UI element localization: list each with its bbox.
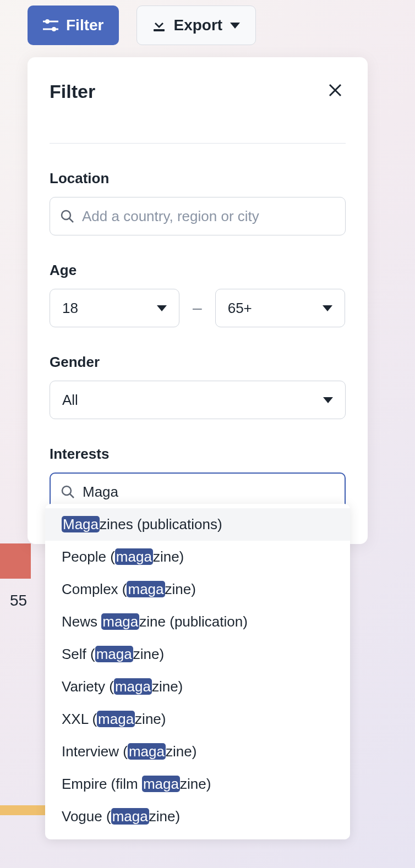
chevron-down-icon <box>230 23 240 29</box>
gender-section: Gender All <box>50 354 346 419</box>
location-field[interactable] <box>50 197 346 235</box>
download-icon <box>152 18 166 32</box>
interests-input[interactable] <box>83 484 335 501</box>
suggestion-item[interactable]: Complex (magazine) <box>45 573 350 606</box>
match-highlight: Maga <box>62 516 100 532</box>
location-section: Location <box>50 170 346 235</box>
chevron-down-icon <box>157 305 167 311</box>
age-label: Age <box>50 262 346 279</box>
suggestion-item[interactable]: Self (magazine) <box>45 638 350 671</box>
gender-select[interactable]: All <box>50 381 346 419</box>
suggestion-item[interactable]: Empire (film magazine) <box>45 768 350 800</box>
age-max-value: 65+ <box>228 300 252 317</box>
panel-title: Filter <box>50 81 95 102</box>
chevron-down-icon <box>323 397 333 403</box>
export-button[interactable]: Export <box>136 6 256 45</box>
age-max-select[interactable]: 65+ <box>215 289 345 327</box>
age-section: Age 18 – 65+ <box>50 262 346 327</box>
close-icon[interactable] <box>325 79 346 103</box>
filter-button[interactable]: Filter <box>28 6 119 45</box>
match-highlight: maga <box>115 548 153 565</box>
search-icon <box>61 485 75 499</box>
svg-rect-4 <box>154 29 165 31</box>
svg-point-7 <box>62 211 70 219</box>
suggestion-item[interactable]: People (magazine) <box>45 541 350 573</box>
gender-value: All <box>62 392 78 409</box>
location-label: Location <box>50 170 346 187</box>
match-highlight: maga <box>97 711 135 727</box>
interests-section: Interests <box>50 446 346 511</box>
search-icon <box>60 209 74 223</box>
interests-label: Interests <box>50 446 346 463</box>
suggestion-item[interactable]: XXL (magazine) <box>45 703 350 735</box>
age-min-value: 18 <box>62 300 78 317</box>
panel-header: Filter <box>50 79 346 103</box>
svg-line-8 <box>69 218 73 222</box>
bg-bar-red <box>0 543 31 579</box>
sliders-icon <box>43 19 58 31</box>
suggestion-item[interactable]: Vogue (magazine) <box>45 800 350 833</box>
svg-point-1 <box>45 19 50 24</box>
suggestion-item[interactable]: News magazine (publication) <box>45 606 350 638</box>
suggestion-item[interactable]: Magazines (publications) <box>45 508 350 541</box>
interests-suggestions: Magazines (publications)People (magazine… <box>45 504 350 839</box>
toolbar: Filter Export <box>28 6 256 45</box>
bg-axis-label: 55 <box>10 592 27 609</box>
match-highlight: maga <box>128 743 166 760</box>
export-button-label: Export <box>173 17 222 34</box>
svg-line-10 <box>70 494 74 498</box>
gender-label: Gender <box>50 354 346 371</box>
filter-button-label: Filter <box>66 17 103 34</box>
filter-panel: Filter Location Age 18 <box>28 57 368 544</box>
location-input[interactable] <box>82 208 335 225</box>
age-range-separator: – <box>193 299 202 317</box>
age-min-select[interactable]: 18 <box>50 289 179 327</box>
divider <box>50 143 346 144</box>
chevron-down-icon <box>323 305 332 311</box>
svg-point-3 <box>52 27 56 31</box>
match-highlight: maga <box>111 808 149 825</box>
match-highlight: maga <box>142 776 180 792</box>
match-highlight: maga <box>101 613 139 630</box>
svg-point-9 <box>62 486 71 495</box>
match-highlight: maga <box>95 646 133 662</box>
match-highlight: maga <box>114 678 152 695</box>
suggestion-item[interactable]: Interview (magazine) <box>45 735 350 768</box>
suggestion-item[interactable]: Variety (magazine) <box>45 671 350 703</box>
match-highlight: maga <box>127 581 165 597</box>
bg-bar-yellow <box>0 805 45 815</box>
age-range-row: 18 – 65+ <box>50 289 346 327</box>
